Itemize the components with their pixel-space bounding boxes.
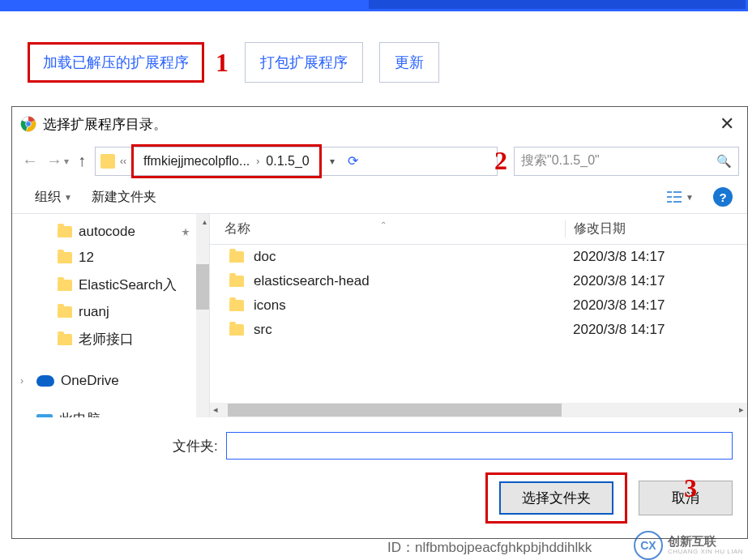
dialog-footer: 文件夹: 选择文件夹 取消 3: [12, 417, 747, 538]
file-list-header: 名称 ⌃ 修改日期: [210, 214, 747, 245]
dialog-title: 选择扩展程序目录。: [43, 115, 715, 134]
file-date: 2020/3/8 14:17: [565, 297, 747, 314]
breadcrumb-seg-1[interactable]: ffmkiejjmecolpflo...: [139, 152, 254, 170]
annotation-3: 3: [684, 473, 697, 503]
search-icon[interactable]: 🔍: [716, 154, 732, 169]
breadcrumb-sep[interactable]: ›: [254, 156, 261, 167]
tree-item-label: 此电脑: [59, 410, 100, 417]
watermark-logo-icon: CX: [634, 531, 663, 560]
annotation-3-box: 选择文件夹: [485, 472, 627, 524]
tree-item-label: autocode: [79, 224, 135, 240]
scroll-left-icon[interactable]: ◂: [213, 404, 218, 415]
new-folder-button[interactable]: 新建文件夹: [92, 189, 156, 206]
tree-item-12[interactable]: 12: [12, 245, 209, 271]
extensions-button-row: 加载已解压的扩展程序 1 打包扩展程序 更新: [0, 11, 748, 83]
file-date: 2020/3/8 14:17: [565, 273, 747, 289]
tree-scrollbar[interactable]: ▴: [196, 214, 209, 417]
tree-item-ruanj[interactable]: ruanj: [12, 299, 209, 325]
tree-item-label: 老师接口: [79, 330, 134, 348]
tree-item-teacher[interactable]: 老师接口: [12, 325, 209, 353]
nav-history-dropdown[interactable]: ▾: [64, 156, 69, 167]
cloud-icon: [36, 375, 54, 387]
folder-path-icon: [100, 154, 115, 169]
nav-back-icon[interactable]: ←: [20, 152, 40, 170]
scroll-up-icon[interactable]: ▴: [203, 217, 207, 226]
file-name: doc: [254, 249, 276, 265]
file-row-eshead[interactable]: elasticsearch-head 2020/3/8 14:17: [210, 269, 747, 293]
chevron-right-icon[interactable]: ›: [20, 414, 24, 418]
folder-icon: [58, 306, 72, 318]
folder-icon: [58, 334, 72, 345]
dialog-toolbar: 组织 ▼ 新建文件夹 ▼ ?: [12, 181, 747, 213]
load-unpacked-button[interactable]: 加载已解压的扩展程序: [28, 42, 204, 83]
file-row-doc[interactable]: doc 2020/3/8 14:17: [210, 245, 747, 269]
pc-icon: [36, 414, 53, 418]
folder-icon: [58, 226, 72, 237]
file-name: src: [254, 322, 272, 338]
breadcrumb-dropdown-icon[interactable]: ▾: [325, 156, 340, 167]
tree-item-autocode[interactable]: autocode: [12, 219, 209, 245]
scroll-right-icon[interactable]: ▸: [739, 404, 744, 415]
folder-tree-pane: autocode 12 ElasticSearch入 ruanj 老师接口: [12, 214, 209, 417]
nav-up-icon[interactable]: ↑: [74, 152, 90, 170]
folder-label: 文件夹:: [173, 437, 218, 455]
navigation-row: ← → ▾ ↑ ‹‹ ffmkiejjmecolpflo... › 0.1.5_…: [12, 141, 747, 181]
breadcrumb-seg-2[interactable]: 0.1.5_0: [261, 152, 314, 170]
update-button[interactable]: 更新: [379, 42, 439, 83]
watermark-en: CHUANG XIN HU LIAN: [668, 549, 743, 556]
search-placeholder: 搜索"0.1.5_0": [521, 152, 716, 169]
folder-icon: [229, 324, 244, 336]
close-icon[interactable]: ✕: [715, 113, 739, 135]
refresh-icon[interactable]: ⟳: [343, 153, 363, 169]
tree-item-onedrive[interactable]: › OneDrive: [12, 368, 209, 394]
pack-extension-button[interactable]: 打包扩展程序: [245, 42, 363, 83]
folder-input-row: 文件夹:: [27, 432, 733, 472]
tree-scroll-thumb[interactable]: [196, 264, 209, 310]
breadcrumb-path[interactable]: ‹‹ ffmkiejjmecolpflo... › 0.1.5_0 ▾ ⟳: [95, 147, 498, 176]
chrome-topbar-tool: [369, 0, 746, 9]
folder-icon: [58, 280, 72, 291]
column-name-header[interactable]: 名称 ⌃: [210, 220, 565, 237]
select-folder-button[interactable]: 选择文件夹: [499, 481, 613, 515]
organize-menu[interactable]: 组织 ▼: [35, 189, 72, 206]
tree-item-label: 12: [79, 250, 94, 266]
view-mode-button[interactable]: ▼: [665, 190, 694, 204]
file-name: elasticsearch-head: [254, 273, 370, 289]
file-date: 2020/3/8 14:17: [565, 322, 747, 338]
folder-icon: [229, 276, 244, 287]
dialog-titlebar: 选择扩展程序目录。 ✕: [12, 107, 747, 141]
sort-indicator-icon: ⌃: [380, 220, 387, 229]
file-row-icons[interactable]: icons 2020/3/8 14:17: [210, 293, 747, 318]
dropdown-icon: ▼: [686, 193, 694, 202]
tree-item-elasticsearch[interactable]: ElasticSearch入: [12, 271, 209, 299]
file-row-src[interactable]: src 2020/3/8 14:17: [210, 318, 747, 342]
horizontal-scrollbar[interactable]: ◂ ▸: [210, 403, 747, 417]
dialog-main-area: autocode 12 ElasticSearch入 ruanj 老师接口: [12, 213, 747, 417]
tree-item-label: OneDrive: [61, 373, 119, 389]
tree-item-this-pc[interactable]: › 此电脑: [12, 405, 209, 417]
watermark-cn: 创新互联: [668, 535, 743, 549]
folder-icon: [58, 252, 72, 263]
help-icon[interactable]: ?: [713, 187, 733, 207]
horizontal-scroll-thumb[interactable]: [228, 404, 562, 417]
dialog-action-row: 选择文件夹 取消 3: [27, 472, 733, 524]
watermark: CX 创新互联 CHUANG XIN HU LIAN: [634, 531, 743, 560]
chrome-icon: [20, 116, 36, 132]
file-date: 2020/3/8 14:17: [565, 249, 747, 265]
folder-icon: [229, 300, 244, 311]
column-date-header[interactable]: 修改日期: [565, 220, 747, 237]
nav-forward-icon[interactable]: →: [45, 152, 64, 170]
dropdown-icon: ▼: [64, 193, 72, 202]
folder-tree: autocode 12 ElasticSearch入 ruanj 老师接口: [12, 214, 209, 417]
annotation-2-box: ffmkiejjmecolpflo... › 0.1.5_0: [131, 144, 322, 178]
breadcrumb-chevron[interactable]: ‹‹: [118, 156, 128, 167]
tree-item-label: ElasticSearch入: [79, 276, 177, 294]
chevron-right-icon[interactable]: ›: [20, 375, 24, 387]
extension-id-text: ID：nlfbmbojpeacfghkpbjhddihlkk: [387, 538, 592, 557]
file-list-pane: 名称 ⌃ 修改日期 doc 2020/3/8 14:17 elasticsear…: [209, 214, 747, 417]
folder-name-input[interactable]: [226, 432, 733, 460]
tree-item-label: ruanj: [79, 304, 109, 320]
folder-picker-dialog: 选择扩展程序目录。 ✕ ← → ▾ ↑ ‹‹ ffmkiejjmecolpflo…: [11, 106, 748, 539]
search-input[interactable]: 搜索"0.1.5_0" 🔍: [514, 147, 739, 176]
folder-icon: [229, 251, 244, 263]
